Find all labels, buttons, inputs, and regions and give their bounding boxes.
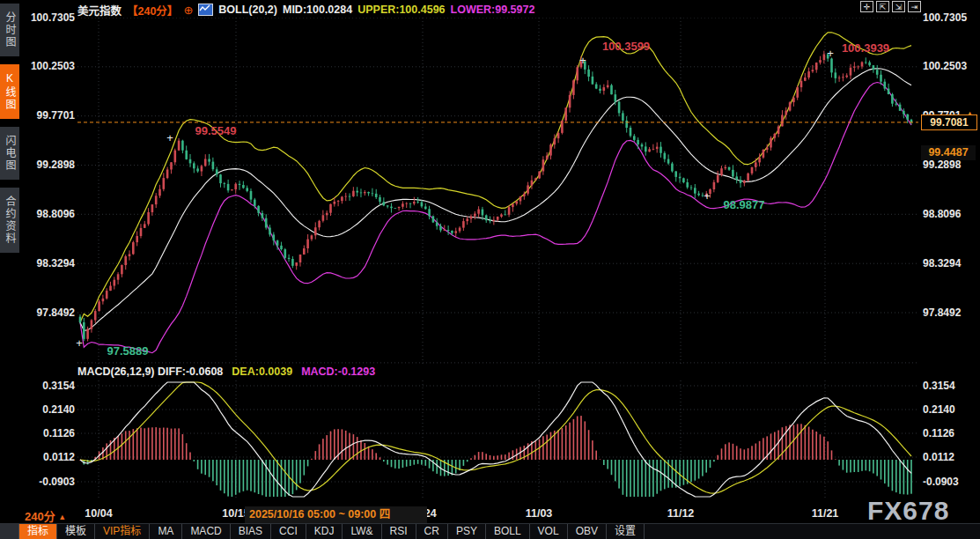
boll-lower-readout: LOWER:99.5972 [451,4,535,16]
fx678-watermark: FX678 [867,496,949,526]
toolbar-button[interactable]: LW& [343,524,381,539]
macd-tick-label: 0.3154 [923,380,955,392]
cross-marker-icon [579,54,586,67]
macd-chart[interactable] [77,380,918,498]
line-chart-icon[interactable] [198,4,213,16]
toolbar-button[interactable]: MA [150,524,182,539]
toolbar-button[interactable]: 指标 [19,524,57,539]
macd-tick-label: -0.0903 [923,476,959,488]
link-circle-plus-icon[interactable]: ⊕ [183,4,193,17]
chart-control-icon[interactable]: ✛ [860,1,873,12]
toolbar-button[interactable]: PSY [448,524,486,539]
toolbar-button[interactable]: 设置 [607,524,645,539]
date-tick-label: 11/03 [526,507,553,520]
extreme-price-label: 98.9877 [724,198,765,211]
trading-app-window: 分时图K线图闪电图合约资料 美元指数 【240分】 ⊕ BOLL(20,2) M… [0,0,980,539]
toolbar-button[interactable]: KDJ [306,524,343,539]
candlestick-chart[interactable] [77,18,918,365]
macd-tick-label: -0.0903 [39,476,75,488]
toolbar-button[interactable]: OBV [568,524,607,539]
symbol-title: 美元指数 [77,2,122,18]
cross-marker-icon [166,131,173,144]
time-axis: 240分 ▲ 10/0410/1510/2411/0311/1211/21 20… [0,506,980,523]
extreme-price-label: 97.5889 [107,344,149,358]
toolbar-button[interactable]: VIP指标 [95,524,150,539]
cross-marker-icon [704,189,711,203]
macd-hist-readout: MACD:-0.1293 [301,365,375,378]
chart-control-icon[interactable]: ⇲ [892,1,905,12]
toolbar-button[interactable]: BOLL [486,524,530,539]
chart-control-icon[interactable]: ⇥ [908,1,921,12]
toolbar-button[interactable]: RSI [382,524,416,539]
macd-axis-right: 0.31540.21400.11260.0112-0.0903 [923,0,980,539]
boll-upper-readout: UPPER:100.4596 [357,4,445,16]
macd-tick-label: 0.3154 [42,380,75,392]
chart-controls: ✛⇱⇲⇥ [860,1,921,12]
macd-tick-label: 0.0112 [923,451,954,463]
toolbar-button[interactable]: BIAS [231,524,271,539]
boll-params: BOLL(20,2) [218,4,277,16]
boll-mid-readout: MID:100.0284 [283,4,352,16]
toolbar-button[interactable]: VOL [530,524,568,539]
extreme-price-label: 100.3599 [602,40,650,53]
extreme-price-label: 99.5549 [195,124,237,137]
indicator-toolbar: 指标模板VIP指标MAMACDBIASCCIKDJLW&RSICRPSYBOLL… [0,523,980,539]
toolbar-items: 指标模板VIP指标MAMACDBIASCCIKDJLW&RSICRPSYBOLL… [19,524,645,539]
macd-params-diff-readout: MACD(26,12,9) DIFF:-0.0608 [77,365,223,378]
macd-tick-label: 0.1126 [923,427,954,439]
bar-time-tooltip: 2025/10/16 05:00 ~ 09:00 四 [245,506,427,523]
period-selector[interactable]: 240分 ▲ [25,507,66,524]
macd-axis-left: 0.31540.21400.11260.0112-0.0903 [0,0,75,539]
toolbar-button[interactable]: CCI [271,524,306,539]
triangle-up-icon: ▲ [58,513,66,521]
macd-header: MACD(26,12,9) DIFF:-0.0608 DEA:0.0039 MA… [77,365,375,378]
cross-marker-icon [827,47,834,60]
cross-marker-icon [76,336,83,350]
toolbar-button[interactable]: 模板 [57,524,95,539]
macd-tick-label: 0.2140 [42,403,75,416]
macd-tick-label: 0.2140 [923,403,955,416]
toolbar-button[interactable]: MACD [182,524,230,539]
macd-tick-label: 0.0112 [43,451,75,463]
extreme-price-label: 100.3939 [842,41,889,55]
toolbar-stub [0,524,19,539]
chart-control-icon[interactable]: ⇱ [876,1,889,12]
date-tick-label: 11/21 [812,507,839,520]
period-tag[interactable]: 【240分】 [127,2,178,18]
date-tick-label: 10/04 [85,507,112,520]
macd-tick-label: 0.1126 [43,427,75,439]
chart-header: 美元指数 【240分】 ⊕ BOLL(20,2) MID:100.0284 UP… [77,3,534,17]
date-tick-label: 11/12 [667,507,695,520]
toolbar-button[interactable]: CR [416,524,448,539]
macd-dea-readout: DEA:0.0039 [232,365,292,378]
